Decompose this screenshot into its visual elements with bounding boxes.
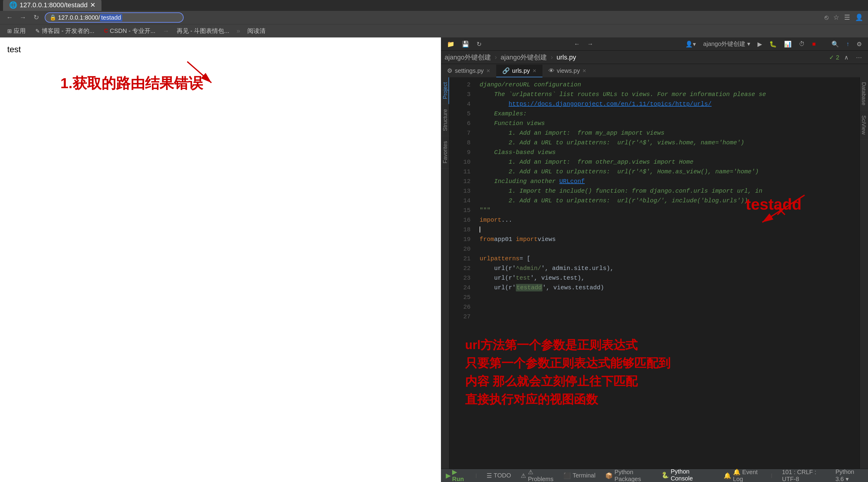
line-num-23: 23: [454, 273, 475, 283]
event-log-button[interactable]: 🔔 🔔 Event Log: [724, 469, 762, 482]
status-sep-1: |: [475, 473, 476, 478]
problems-button[interactable]: ⚠ ⚠ Problems: [521, 469, 554, 482]
more-icon[interactable]: ⋯: [854, 53, 864, 62]
annotation-arrow: [163, 56, 223, 92]
python-version[interactable]: Python 3.6 ▾: [835, 469, 863, 482]
tab-views-py[interactable]: 👁 views.py ✕: [542, 65, 593, 77]
sidebar-sciview-tab[interactable]: SciView: [860, 110, 868, 140]
share-icon[interactable]: ⎋: [825, 13, 829, 22]
code-line-16: import ...: [475, 215, 860, 225]
code-line-14: 2. Add a URL to urlpatterns: url(r'^blog…: [475, 196, 860, 205]
todo-button[interactable]: ☰ TODO: [487, 472, 511, 479]
ide-main-content: Project Structure Favorites 2 3 4 5 6 7 …: [441, 77, 868, 469]
status-bar: ▶ ▶ Run | ☰ TODO ⚠ ⚠ Problems ⬛ Terminal…: [441, 469, 868, 482]
ide-titlebar: ajango外键创建 › ajango外键创建 › urls.py ✓ 2 ∧ …: [441, 51, 868, 64]
code-line-6: Function views: [475, 118, 860, 128]
tab-urls-close[interactable]: ✕: [532, 68, 536, 74]
search-icon[interactable]: 🔍: [829, 39, 841, 49]
line-info-label: 101 : CRLF : UTF-8: [782, 469, 826, 482]
sidebar-structure-tab[interactable]: Structure: [441, 104, 449, 136]
python-version-label: Python 3.6 ▾: [835, 469, 863, 482]
status-sep-2: |: [771, 473, 772, 478]
debug-icon[interactable]: 🐛: [767, 39, 779, 49]
code-area[interactable]: django/reroURL configuration The `urlpat…: [475, 77, 860, 469]
python-console-button[interactable]: 🐍 Python Console: [661, 468, 704, 482]
tab-settings-close[interactable]: ✕: [486, 68, 490, 74]
bookmark-zaijian[interactable]: 再见 - 斗图表情包...: [173, 26, 233, 36]
project-dropdown[interactable]: ajango外键创建 ▾: [701, 39, 753, 49]
bookmark-csdn[interactable]: C CSDN - 专业开...: [100, 26, 159, 36]
sidebar-favorites-tab[interactable]: Favorites: [441, 136, 449, 168]
ide-wrapper: 📁 💾 ↻ ← → 👤▾ ajango外键创建 ▾ ▶ 🐛 📊 ⏱ ■ 🔍 ↑ …: [441, 37, 868, 482]
line-num-10: 10: [454, 157, 475, 167]
refresh-ide-icon[interactable]: ↻: [474, 39, 484, 49]
coverage-icon[interactable]: 📊: [782, 39, 794, 49]
sidebar-project-tab[interactable]: Project: [441, 77, 449, 104]
breadcrumb-root[interactable]: ajango外键创建: [444, 53, 491, 62]
code-line-11: 2. Add a URL to urlpatterns: url(r'^$', …: [475, 167, 860, 176]
code-line-9: Class-based views: [475, 148, 860, 157]
ide-back-btn[interactable]: ←: [571, 39, 582, 49]
back-button[interactable]: ←: [5, 13, 14, 22]
bookmark-bokeyuan[interactable]: ✎ 博客园 - 开发者的...: [32, 26, 98, 36]
save-icon[interactable]: 💾: [459, 39, 472, 49]
code-line-8: 2. Add a URL to urlpatterns: url(r'^$', …: [475, 138, 860, 148]
line-num-25: 25: [454, 292, 475, 302]
profile-icon[interactable]: ⏱: [797, 39, 807, 49]
tab-views-label: views.py: [557, 67, 580, 74]
sidebar-database-tab[interactable]: Database: [860, 77, 868, 110]
line-num-27: 27: [454, 312, 475, 321]
line-num-21: 21: [454, 254, 475, 263]
profile-icon[interactable]: 👤: [855, 13, 863, 22]
tab-views-icon: 👁: [549, 67, 555, 74]
tab-title: 127.0.0.1:8000/testadd: [20, 1, 88, 9]
menu-icon[interactable]: ☰: [844, 13, 850, 22]
code-gutter: [450, 77, 454, 469]
page-test-text: test: [7, 45, 434, 54]
bookmark-apps[interactable]: ⊞ 应用: [4, 26, 29, 36]
ide-top-toolbar: 📁 💾 ↻ ← → 👤▾ ajango外键创建 ▾ ▶ 🐛 📊 ⏱ ■ 🔍 ↑ …: [441, 37, 868, 51]
code-line-19: from app01 import views: [475, 234, 860, 244]
run-button[interactable]: ▶ ▶ Run: [446, 469, 466, 482]
code-line-27: [475, 312, 860, 321]
event-log-label: 🔔 Event Log: [733, 469, 762, 482]
bookmark-read-label: 阅读清: [247, 27, 266, 35]
bookmark-icon[interactable]: ☆: [833, 13, 839, 22]
line-num-14: 14: [454, 196, 475, 205]
code-line-21: urlpatterns = [: [475, 254, 860, 263]
bookmark-read[interactable]: 阅读清: [244, 26, 269, 36]
checkmark-icon: ✓ 2: [829, 54, 839, 61]
update-icon[interactable]: ↑: [844, 39, 852, 49]
line-num-26: 26: [454, 302, 475, 312]
terminal-button[interactable]: ⬛ Terminal: [563, 472, 596, 479]
code-line-26: [475, 302, 860, 312]
python-packages-button[interactable]: 📦 Python Packages: [605, 469, 652, 482]
tab-settings-py[interactable]: ⚙ settings.py ✕: [441, 65, 496, 77]
ide-forward-btn[interactable]: →: [585, 39, 596, 49]
tab-views-close[interactable]: ✕: [582, 68, 586, 74]
tab-settings-label: settings.py: [455, 67, 484, 74]
code-line-3: The `urlpatterns` list routes URLs to vi…: [475, 89, 860, 99]
address-bar[interactable]: 🔒 127.0.0.1:8000/testadd: [45, 12, 184, 23]
active-browser-tab[interactable]: 🌐 127.0.0.1:8000/testadd ✕: [3, 0, 101, 11]
run-config-icon[interactable]: ▶: [755, 39, 765, 49]
tab-settings-icon: ⚙: [447, 67, 453, 74]
tab-favicon: 🌐: [9, 1, 17, 9]
line-num-4: 4: [454, 99, 475, 109]
breadcrumb-file[interactable]: urls.py: [557, 54, 576, 61]
breadcrumb-mid[interactable]: ajango外键创建: [500, 53, 547, 62]
code-line-25: [475, 292, 860, 302]
line-num-8: 8: [454, 138, 475, 148]
expand-icon[interactable]: ∧: [842, 53, 851, 62]
tab-urls-py[interactable]: 🔗 urls.py ✕: [496, 65, 542, 77]
profile-btn[interactable]: 👤▾: [683, 39, 698, 49]
line-num-2: 2: [454, 80, 475, 89]
forward-button[interactable]: →: [18, 13, 28, 22]
terminal-icon: ⬛: [563, 472, 571, 479]
line-num-20: 20: [454, 244, 475, 254]
settings-icon[interactable]: ⚙: [854, 39, 864, 49]
tab-close-icon[interactable]: ✕: [90, 1, 95, 9]
stop-icon[interactable]: ■: [810, 39, 818, 49]
folder-icon[interactable]: 📁: [444, 39, 457, 49]
refresh-button[interactable]: ↻: [31, 13, 41, 22]
